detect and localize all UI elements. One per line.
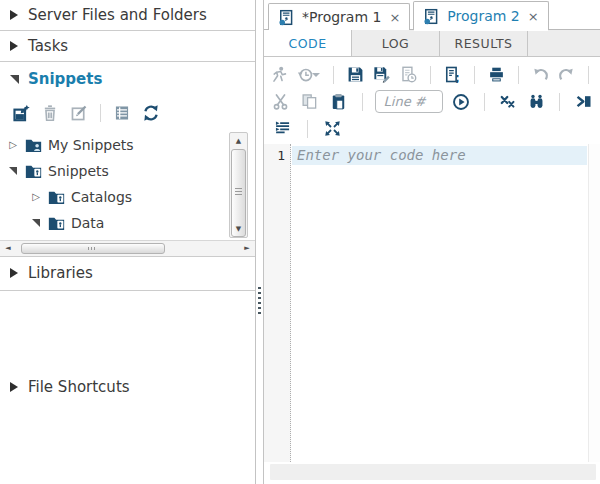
tree-item-snippets[interactable]: Snippets: [0, 158, 255, 184]
tab-program-1[interactable]: *Program 1 ×: [268, 3, 410, 30]
scroll-up-icon[interactable]: ▲: [230, 133, 247, 148]
print-icon: [488, 66, 505, 83]
go-to-line-icon: [452, 93, 470, 111]
scrollbar-thumb[interactable]: [21, 243, 165, 254]
svg-text:;: ;: [455, 71, 460, 83]
save-button[interactable]: [346, 62, 365, 87]
maximize-view-icon: [324, 120, 341, 137]
scroll-down-icon[interactable]: ▼: [230, 222, 247, 237]
toolbar-separator: [518, 66, 519, 84]
program-tab-icon: [423, 8, 440, 25]
format-code-icon: [274, 120, 291, 137]
expand-collapsed-icon: ▷: [32, 192, 40, 202]
maximize-view-button[interactable]: [320, 116, 345, 141]
tab-log[interactable]: LOG: [352, 30, 440, 56]
caret-expanded-icon: [10, 75, 19, 84]
insert-code-icon: [575, 93, 592, 110]
toolbar-row-3: [270, 115, 594, 142]
new-program-icon: ;: [444, 66, 461, 83]
close-icon[interactable]: ×: [528, 9, 539, 24]
toolbar-separator: [362, 93, 363, 111]
section-server-files[interactable]: Server Files and Folders: [0, 0, 255, 31]
add-snippet-icon: [12, 104, 30, 122]
tree-item-my-snippets[interactable]: ▷ My Snippets: [0, 132, 255, 158]
editor-vertical-scrollbar[interactable]: [588, 144, 600, 462]
view-tab-bar: CODE LOG RESULTS: [264, 30, 600, 57]
copy-button[interactable]: [299, 89, 321, 114]
expand-expanded-icon: [9, 167, 17, 175]
scroll-left-icon[interactable]: ◄: [0, 241, 16, 256]
tree-item-data[interactable]: Data: [0, 210, 255, 236]
delete-icon: [41, 104, 59, 122]
cut-button[interactable]: [270, 89, 292, 114]
section-snippets-expanded: Snippets: [0, 62, 255, 257]
redo-icon: [558, 66, 575, 83]
save-as-button[interactable]: [372, 62, 391, 87]
toolbar-separator: [474, 66, 475, 84]
edit-snippet-button[interactable]: [66, 100, 92, 126]
undo-button[interactable]: [531, 62, 550, 87]
run-button[interactable]: [270, 62, 289, 87]
caret-right-icon: [10, 10, 18, 20]
section-label: Server Files and Folders: [28, 6, 207, 24]
toolbar-separator: [333, 66, 334, 84]
save-as-icon: [373, 66, 390, 83]
format-code-button[interactable]: [270, 116, 295, 141]
section-snippets[interactable]: Snippets: [0, 62, 255, 96]
redo-button[interactable]: [557, 62, 576, 87]
find-replace-button[interactable]: [525, 89, 547, 114]
tree-vertical-scrollbar[interactable]: ▲ ▼: [229, 132, 248, 238]
editor-placeholder-text: Enter your code here: [297, 146, 466, 165]
tree-item-catalogs[interactable]: ▷ Catalogs: [0, 184, 255, 210]
code-toolbar: ;: [264, 57, 600, 144]
refresh-snippets-button[interactable]: [138, 100, 164, 126]
work-area: *Program 1 × Program 2 × CODE LOG RESULT…: [263, 0, 600, 484]
save-icon: [347, 66, 364, 83]
add-snippet-button[interactable]: [8, 100, 34, 126]
toolbar-separator: [588, 66, 589, 84]
tab-results[interactable]: RESULTS: [440, 30, 528, 56]
insert-code-button[interactable]: [572, 89, 594, 114]
program-history-button[interactable]: [398, 62, 417, 87]
run-icon: [271, 66, 288, 83]
folder-lock-icon: [48, 190, 65, 205]
cut-icon: [272, 93, 289, 110]
section-file-shortcuts[interactable]: File Shortcuts: [0, 291, 255, 484]
code-editor[interactable]: 1 Enter your code here: [264, 144, 600, 484]
editor-horizontal-scrollbar[interactable]: [270, 464, 596, 480]
tree-horizontal-scrollbar[interactable]: ◄ ►: [0, 240, 255, 256]
tree-item-label: Snippets: [48, 163, 109, 179]
delete-snippet-button[interactable]: [37, 100, 63, 126]
section-tasks[interactable]: Tasks: [0, 31, 255, 62]
navigation-pane: Server Files and Folders Tasks Snippets: [0, 0, 256, 484]
tab-code[interactable]: CODE: [264, 30, 352, 56]
go-to-line-button[interactable]: [450, 89, 472, 114]
section-label: Snippets: [28, 70, 102, 88]
scroll-right-icon[interactable]: ►: [239, 241, 255, 256]
print-button[interactable]: [486, 62, 505, 87]
toolbar-separator: [559, 93, 560, 111]
paste-button[interactable]: [328, 89, 350, 114]
section-label: Tasks: [28, 37, 68, 55]
caret-right-icon: [10, 268, 18, 278]
line-number-input[interactable]: [375, 90, 443, 113]
tree-item-label: Catalogs: [71, 189, 132, 205]
toolbar-row-2: [270, 88, 594, 115]
clear-code-button[interactable]: [496, 89, 518, 114]
expand-expanded-icon: [32, 219, 40, 227]
submission-history-button[interactable]: [296, 62, 321, 87]
close-icon[interactable]: ×: [389, 10, 400, 25]
section-label: File Shortcuts: [28, 378, 130, 396]
new-program-button[interactable]: ;: [442, 62, 461, 87]
toolbar-separator: [484, 93, 485, 111]
caret-right-icon: [10, 41, 18, 51]
splitter-grip-icon[interactable]: [258, 287, 261, 314]
find-replace-icon: [528, 93, 545, 110]
copy-icon: [301, 93, 318, 110]
snippet-properties-button[interactable]: [109, 100, 135, 126]
sas-studio-window: Server Files and Folders Tasks Snippets: [0, 0, 600, 484]
tab-program-2[interactable]: Program 2 ×: [413, 1, 548, 30]
program-tab-icon: [278, 9, 295, 26]
section-libraries[interactable]: Libraries: [0, 257, 255, 291]
folder-user-icon: [25, 138, 42, 153]
